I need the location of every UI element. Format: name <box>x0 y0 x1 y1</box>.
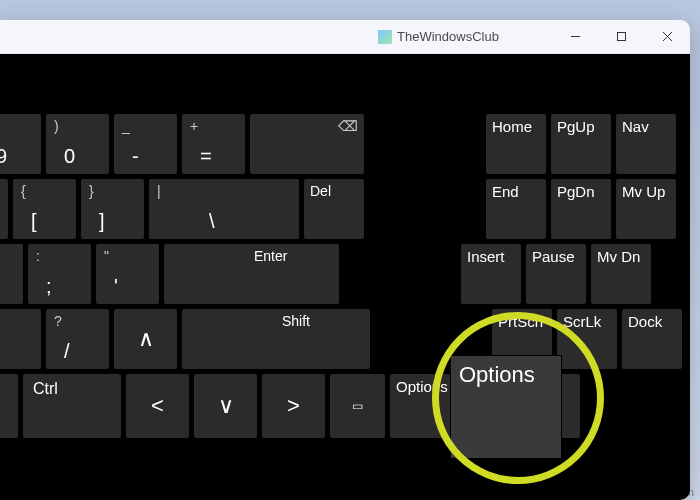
key-fn[interactable] <box>0 374 18 438</box>
maximize-icon <box>616 31 627 42</box>
key-end[interactable]: End <box>486 179 546 239</box>
key-l[interactable]: l <box>0 244 23 304</box>
key-shift[interactable]: Shift <box>182 309 370 369</box>
key-enter[interactable]: Enter <box>164 244 339 304</box>
on-screen-keyboard: ( 9 ) 0 _ - + = ⌫ Home <box>0 54 690 500</box>
minimize-button[interactable] <box>552 20 598 54</box>
chevron-down-icon: ∨ <box>218 393 234 419</box>
close-button[interactable] <box>644 20 690 54</box>
key-9[interactable]: ( 9 <box>0 114 41 174</box>
key-menu[interactable]: ▭ <box>330 374 385 438</box>
maximize-button[interactable] <box>598 20 644 54</box>
key-mvdn[interactable]: Mv Dn <box>591 244 651 304</box>
key-equals[interactable]: + = <box>182 114 245 174</box>
key-arrow-right[interactable]: > <box>262 374 325 438</box>
key-slash[interactable]: ? / <box>46 309 109 369</box>
key-insert[interactable]: Insert <box>461 244 521 304</box>
key-right-bracket[interactable]: } ] <box>81 179 144 239</box>
menu-icon: ▭ <box>352 399 363 413</box>
key-quote[interactable]: " ' <box>96 244 159 304</box>
key-ctrl[interactable]: Ctrl <box>23 374 121 438</box>
key-semicolon[interactable]: : ; <box>28 244 91 304</box>
key-backslash[interactable]: | \ <box>149 179 299 239</box>
app-window: TheWindowsClub ( 9 <box>0 20 690 500</box>
key-pgup[interactable]: PgUp <box>551 114 611 174</box>
key-arrow-left[interactable]: < <box>126 374 189 438</box>
app-logo-icon <box>378 30 392 44</box>
chevron-right-icon: > <box>287 393 300 419</box>
chevron-left-icon: < <box>151 393 164 419</box>
key-0[interactable]: ) 0 <box>46 114 109 174</box>
key-arrow-up[interactable]: ∧ <box>114 309 177 369</box>
minimize-icon <box>570 31 581 42</box>
key-arrow-down[interactable]: ∨ <box>194 374 257 438</box>
close-icon <box>662 31 673 42</box>
key-left-bracket[interactable]: { [ <box>13 179 76 239</box>
key-dock[interactable]: Dock <box>622 309 682 369</box>
window-title: TheWindowsClub <box>397 29 499 44</box>
svg-rect-1 <box>617 33 625 41</box>
titlebar: TheWindowsClub <box>0 20 690 54</box>
key-pause[interactable]: Pause <box>526 244 586 304</box>
key-nav[interactable]: Nav <box>616 114 676 174</box>
key-del[interactable]: Del <box>304 179 364 239</box>
key-mvup[interactable]: Mv Up <box>616 179 676 239</box>
chevron-up-icon: ∧ <box>138 326 154 352</box>
key-home[interactable]: Home <box>486 114 546 174</box>
key-pgdn[interactable]: PgDn <box>551 179 611 239</box>
backspace-icon: ⌫ <box>338 118 358 134</box>
key-minus[interactable]: _ - <box>114 114 177 174</box>
key-backspace[interactable]: ⌫ <box>250 114 364 174</box>
key-scrlk[interactable]: ScrLk <box>557 309 617 369</box>
key-period[interactable]: > . <box>0 309 41 369</box>
key-options[interactable]: Options <box>390 374 450 438</box>
options-popup-label: Options <box>459 362 535 387</box>
options-popup[interactable]: Options <box>451 356 561 458</box>
key-p[interactable]: p <box>0 179 8 239</box>
watermark: wsxdn.com <box>639 486 694 498</box>
